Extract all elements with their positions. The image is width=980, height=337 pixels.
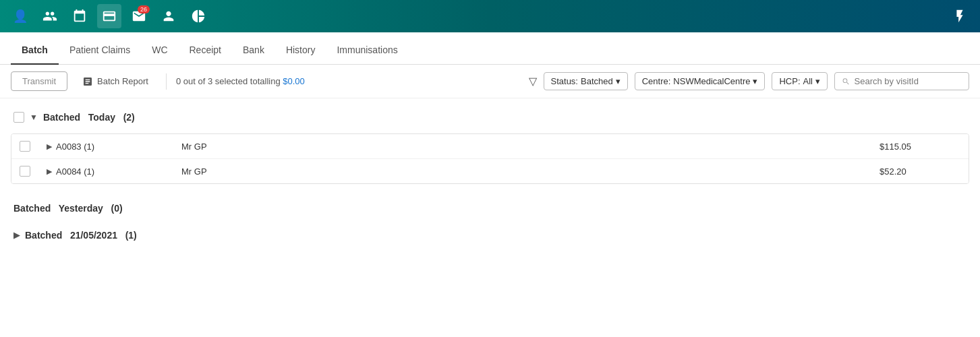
hcp-dropdown[interactable]: HCP: All ▾ [772, 72, 828, 90]
status-value: Batched [581, 76, 613, 86]
search-icon [842, 77, 851, 86]
row-label-a0084: ▶ A0084 (1) [47, 166, 181, 177]
row-id-a0084: A0084 (1) [56, 166, 94, 177]
row-gp-a0084: Mr GP [181, 166, 880, 177]
tab-receipt[interactable]: Receipt [179, 36, 232, 65]
hcp-value: All [803, 76, 813, 86]
transmit-button[interactable]: Transmit [11, 71, 67, 91]
batched-yesterday-label: Batched Yesterday (0) [13, 203, 123, 214]
tab-batch[interactable]: Batch [11, 36, 59, 65]
centre-value: NSWMedicalCentre [673, 76, 750, 86]
centre-dropdown[interactable]: Centre: NSWMedicalCentre ▾ [635, 72, 766, 90]
selection-info: 0 out of 3 selected totalling $0.00 [176, 76, 305, 86]
toolbar: Transmit Batch Report 0 out of 3 selecte… [0, 65, 980, 98]
search-box[interactable] [834, 72, 969, 90]
hcp-label: HCP: [779, 76, 800, 86]
mail-icon[interactable]: 26 [127, 4, 151, 28]
batched-today-caret[interactable]: ▼ [30, 113, 38, 122]
billing-icon[interactable] [97, 4, 121, 28]
row-expand-a0083[interactable]: ▶ [47, 142, 52, 151]
batch-report-label: Batch Report [97, 76, 148, 86]
table-row: ▶ A0083 (1) Mr GP $115.05 [11, 134, 969, 159]
filter-icon[interactable]: ▽ [529, 75, 537, 88]
tab-history[interactable]: History [275, 36, 326, 65]
contacts-icon[interactable] [156, 4, 181, 28]
row-expand-a0084[interactable]: ▶ [47, 167, 52, 176]
centre-dropdown-icon: ▾ [753, 76, 757, 86]
row-label-a0083: ▶ A0083 (1) [47, 142, 181, 152]
reports-icon[interactable] [186, 4, 210, 28]
row-checkbox-a0083[interactable] [20, 141, 30, 152]
status-dropdown[interactable]: Status: Batched ▾ [544, 72, 628, 90]
tab-immunisations[interactable]: Immunisations [326, 36, 408, 65]
tab-bank[interactable]: Bank [232, 36, 275, 65]
top-bar: 👤 26 [0, 0, 980, 32]
batch-report-button[interactable]: Batch Report [74, 72, 156, 91]
tab-wc[interactable]: WC [141, 36, 178, 65]
tab-patient-claims[interactable]: Patient Claims [59, 36, 141, 65]
batched-today-label: Batched Today (2) [43, 112, 135, 123]
batched-today-group-header[interactable]: ▼ Batched Today (2) [11, 106, 969, 128]
group-icon[interactable] [38, 4, 62, 28]
status-label: Status: [551, 76, 578, 86]
status-dropdown-icon: ▾ [616, 76, 621, 86]
centre-label: Centre: [642, 76, 671, 86]
row-amount-a0084: $52.20 [880, 166, 960, 177]
mail-badge: 26 [138, 5, 150, 13]
batched-date-caret[interactable]: ▶ [13, 231, 20, 240]
batched-date-label: Batched 21/05/2021 (1) [25, 230, 137, 241]
row-gp-a0083: Mr GP [181, 142, 880, 152]
content: ▼ Batched Today (2) ▶ A0083 (1) Mr GP $1… [0, 98, 980, 251]
row-id-a0083: A0083 (1) [56, 142, 94, 152]
person-icon[interactable]: 👤 [8, 4, 32, 28]
row-amount-a0083: $115.05 [880, 142, 960, 152]
batched-date-group-header[interactable]: ▶ Batched 21/05/2021 (1) [11, 222, 969, 243]
row-checkbox-a0084[interactable] [20, 166, 30, 177]
hcp-dropdown-icon: ▾ [815, 76, 820, 86]
tabs-bar: Batch Patient Claims WC Receipt Bank His… [0, 32, 980, 65]
calendar-icon[interactable] [67, 4, 92, 28]
toolbar-divider [166, 73, 167, 90]
batched-yesterday-group-header[interactable]: Batched Yesterday (0) [11, 195, 969, 216]
lightning-icon[interactable] [948, 4, 972, 28]
batched-today-table: ▶ A0083 (1) Mr GP $115.05 ▶ A0084 (1) Mr… [11, 133, 969, 184]
table-row: ▶ A0084 (1) Mr GP $52.20 [11, 159, 969, 183]
batched-today-checkbox[interactable] [13, 112, 24, 123]
search-input[interactable] [855, 76, 962, 86]
